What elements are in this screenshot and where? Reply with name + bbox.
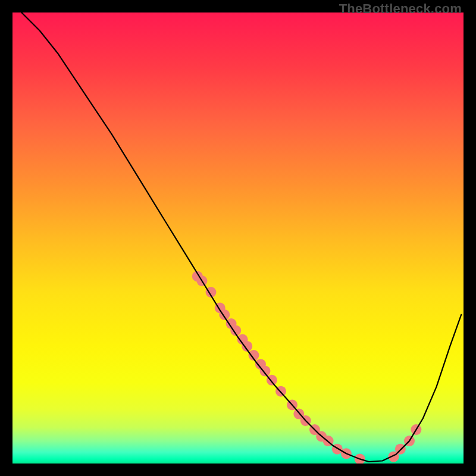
curve-markers (192, 271, 422, 464)
curve-marker (260, 366, 271, 377)
chart-svg (12, 12, 464, 464)
curve-line (21, 12, 461, 462)
